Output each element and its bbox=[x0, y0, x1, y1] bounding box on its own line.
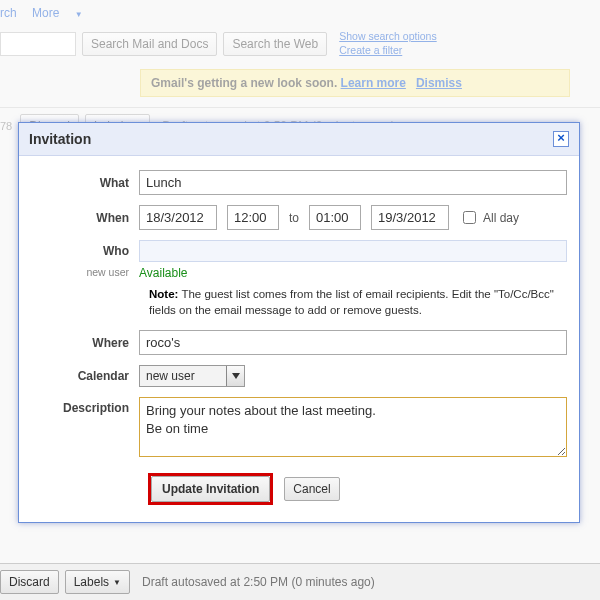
label-when: When bbox=[31, 211, 139, 225]
to-label: to bbox=[289, 211, 299, 225]
update-invitation-button[interactable]: Update Invitation bbox=[151, 476, 270, 502]
labels-dropdown[interactable]: Labels ▼ bbox=[65, 570, 130, 594]
calendar-selected-value: new user bbox=[140, 369, 226, 383]
discard-button[interactable]: Discard bbox=[0, 570, 59, 594]
dialog-title: Invitation bbox=[29, 131, 91, 147]
label-new-user: new user bbox=[31, 266, 139, 280]
labels-label: Labels bbox=[74, 575, 109, 589]
who-input[interactable] bbox=[139, 240, 567, 262]
close-icon[interactable]: × bbox=[553, 131, 569, 147]
label-where: Where bbox=[31, 336, 139, 350]
label-calendar: Calendar bbox=[31, 369, 139, 383]
draft-status: Draft autosaved at 2:50 PM (0 minutes ag… bbox=[142, 575, 375, 589]
end-date-input[interactable] bbox=[371, 205, 449, 230]
highlight-box: Update Invitation bbox=[149, 474, 272, 504]
cancel-button[interactable]: Cancel bbox=[284, 477, 339, 501]
chevron-down-icon bbox=[226, 366, 244, 386]
label-who: Who bbox=[31, 244, 139, 258]
start-date-input[interactable] bbox=[139, 205, 217, 230]
what-input[interactable] bbox=[139, 170, 567, 195]
all-day-checkbox[interactable] bbox=[463, 211, 476, 224]
label-what: What bbox=[31, 176, 139, 190]
start-time-input[interactable] bbox=[227, 205, 279, 230]
chevron-down-icon: ▼ bbox=[113, 578, 121, 587]
all-day-label: All day bbox=[483, 211, 519, 225]
description-textarea[interactable] bbox=[139, 397, 567, 457]
calendar-select[interactable]: new user bbox=[139, 365, 245, 387]
end-time-input[interactable] bbox=[309, 205, 361, 230]
guest-note: Note: The guest list comes from the list… bbox=[149, 286, 567, 318]
label-description: Description bbox=[31, 397, 139, 415]
availability-status: Available bbox=[139, 266, 187, 280]
where-input[interactable] bbox=[139, 330, 567, 355]
invitation-dialog: Invitation × What When to All day Who bbox=[18, 122, 580, 523]
